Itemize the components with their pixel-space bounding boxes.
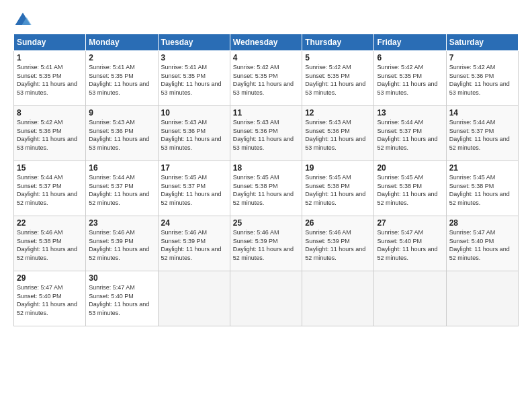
weekday-header-tuesday: Tuesday [158, 34, 230, 51]
sunset-label: Sunset: 5:38 PM [233, 183, 278, 189]
daylight-label: Daylight: 11 hours and 52 minutes. [377, 136, 437, 151]
sunrise-label: Sunrise: 5:45 AM [449, 174, 496, 181]
daylight-label: Daylight: 11 hours and 52 minutes. [17, 301, 77, 316]
daylight-label: Daylight: 11 hours and 53 minutes. [89, 136, 149, 151]
daylight-label: Daylight: 11 hours and 53 minutes. [17, 81, 77, 96]
calendar-cell: 20 Sunrise: 5:45 AM Sunset: 5:38 PM Dayl… [374, 161, 446, 216]
sunrise-label: Sunrise: 5:42 AM [17, 119, 63, 126]
calendar-cell: 8 Sunrise: 5:42 AM Sunset: 5:36 PM Dayli… [14, 106, 86, 161]
day-info: Sunrise: 5:44 AM Sunset: 5:37 PM Dayligh… [17, 173, 83, 207]
day-number: 6 [377, 53, 443, 62]
logo [13, 11, 35, 30]
calendar-cell [230, 271, 302, 326]
sunset-label: Sunset: 5:38 PM [305, 183, 350, 189]
daylight-label: Daylight: 11 hours and 52 minutes. [377, 191, 437, 206]
sunrise-label: Sunrise: 5:42 AM [377, 64, 423, 71]
logo-icon [13, 11, 32, 30]
sunset-label: Sunset: 5:35 PM [161, 73, 206, 79]
daylight-label: Daylight: 11 hours and 53 minutes. [89, 81, 149, 96]
calendar-cell: 22 Sunrise: 5:46 AM Sunset: 5:38 PM Dayl… [14, 216, 86, 271]
sunset-label: Sunset: 5:37 PM [449, 128, 494, 134]
day-info: Sunrise: 5:46 AM Sunset: 5:39 PM Dayligh… [233, 228, 299, 262]
daylight-label: Daylight: 11 hours and 53 minutes. [17, 136, 77, 151]
daylight-label: Daylight: 11 hours and 53 minutes. [305, 136, 365, 151]
sunset-label: Sunset: 5:36 PM [17, 128, 62, 134]
day-info: Sunrise: 5:45 AM Sunset: 5:38 PM Dayligh… [233, 173, 299, 207]
sunset-label: Sunset: 5:35 PM [377, 73, 422, 79]
header [13, 11, 519, 30]
calendar-cell: 15 Sunrise: 5:44 AM Sunset: 5:37 PM Dayl… [14, 161, 86, 216]
day-number: 25 [233, 218, 299, 228]
day-info: Sunrise: 5:42 AM Sunset: 5:35 PM Dayligh… [305, 63, 371, 97]
sunrise-label: Sunrise: 5:43 AM [89, 119, 135, 126]
daylight-label: Daylight: 11 hours and 53 minutes. [161, 81, 222, 96]
day-number: 30 [89, 273, 154, 283]
weekday-header-saturday: Saturday [446, 34, 518, 51]
sunrise-label: Sunrise: 5:41 AM [89, 64, 135, 71]
day-number: 21 [449, 163, 515, 173]
calendar-cell: 26 Sunrise: 5:46 AM Sunset: 5:39 PM Dayl… [302, 216, 374, 271]
sunrise-label: Sunrise: 5:47 AM [377, 229, 423, 236]
sunrise-label: Sunrise: 5:47 AM [449, 229, 496, 236]
calendar-header-row: SundayMondayTuesdayWednesdayThursdayFrid… [14, 34, 519, 51]
day-info: Sunrise: 5:46 AM Sunset: 5:39 PM Dayligh… [305, 228, 371, 262]
sunset-label: Sunset: 5:36 PM [233, 128, 278, 134]
sunrise-label: Sunrise: 5:43 AM [305, 119, 351, 126]
sunset-label: Sunset: 5:38 PM [377, 183, 422, 189]
sunrise-label: Sunrise: 5:44 AM [377, 119, 423, 126]
day-number: 9 [89, 108, 154, 118]
sunset-label: Sunset: 5:36 PM [89, 128, 134, 134]
sunrise-label: Sunrise: 5:43 AM [233, 119, 279, 126]
daylight-label: Daylight: 11 hours and 52 minutes. [377, 246, 437, 261]
day-number: 18 [233, 163, 299, 173]
sunset-label: Sunset: 5:39 PM [161, 238, 206, 244]
sunrise-label: Sunrise: 5:42 AM [449, 64, 496, 71]
day-number: 23 [89, 218, 154, 228]
day-number: 10 [161, 108, 227, 118]
calendar-cell: 12 Sunrise: 5:43 AM Sunset: 5:36 PM Dayl… [302, 106, 374, 161]
day-number: 4 [233, 53, 299, 62]
day-number: 27 [377, 218, 443, 228]
sunrise-label: Sunrise: 5:41 AM [17, 64, 63, 71]
weekday-header-wednesday: Wednesday [230, 34, 302, 51]
calendar-cell: 23 Sunrise: 5:46 AM Sunset: 5:39 PM Dayl… [86, 216, 158, 271]
day-number: 17 [161, 163, 227, 173]
calendar-cell: 18 Sunrise: 5:45 AM Sunset: 5:38 PM Dayl… [230, 161, 302, 216]
sunrise-label: Sunrise: 5:42 AM [305, 64, 351, 71]
sunset-label: Sunset: 5:35 PM [305, 73, 350, 79]
sunset-label: Sunset: 5:39 PM [305, 238, 350, 244]
day-info: Sunrise: 5:47 AM Sunset: 5:40 PM Dayligh… [449, 228, 515, 262]
day-info: Sunrise: 5:44 AM Sunset: 5:37 PM Dayligh… [377, 118, 443, 152]
sunrise-label: Sunrise: 5:46 AM [89, 229, 135, 236]
day-info: Sunrise: 5:42 AM Sunset: 5:36 PM Dayligh… [449, 63, 515, 97]
day-number: 7 [449, 53, 515, 62]
calendar-cell: 27 Sunrise: 5:47 AM Sunset: 5:40 PM Dayl… [374, 216, 446, 271]
calendar: SundayMondayTuesdayWednesdayThursdayFrid… [13, 34, 519, 326]
calendar-cell: 24 Sunrise: 5:46 AM Sunset: 5:39 PM Dayl… [158, 216, 230, 271]
calendar-cell: 1 Sunrise: 5:41 AM Sunset: 5:35 PM Dayli… [14, 51, 86, 106]
day-info: Sunrise: 5:41 AM Sunset: 5:35 PM Dayligh… [161, 63, 227, 97]
calendar-cell [302, 271, 374, 326]
sunset-label: Sunset: 5:35 PM [233, 73, 278, 79]
day-number: 20 [377, 163, 443, 173]
day-info: Sunrise: 5:47 AM Sunset: 5:40 PM Dayligh… [89, 283, 154, 317]
daylight-label: Daylight: 11 hours and 52 minutes. [89, 191, 149, 206]
day-info: Sunrise: 5:46 AM Sunset: 5:39 PM Dayligh… [89, 228, 154, 262]
calendar-cell: 3 Sunrise: 5:41 AM Sunset: 5:35 PM Dayli… [158, 51, 230, 106]
calendar-cell: 28 Sunrise: 5:47 AM Sunset: 5:40 PM Dayl… [446, 216, 518, 271]
day-number: 3 [161, 53, 227, 62]
weekday-header-friday: Friday [374, 34, 446, 51]
calendar-cell: 4 Sunrise: 5:42 AM Sunset: 5:35 PM Dayli… [230, 51, 302, 106]
sunset-label: Sunset: 5:36 PM [161, 128, 206, 134]
sunrise-label: Sunrise: 5:45 AM [377, 174, 423, 181]
daylight-label: Daylight: 11 hours and 52 minutes. [161, 246, 222, 261]
daylight-label: Daylight: 11 hours and 52 minutes. [449, 136, 510, 151]
calendar-cell: 10 Sunrise: 5:43 AM Sunset: 5:36 PM Dayl… [158, 106, 230, 161]
weekday-header-sunday: Sunday [14, 34, 86, 51]
calendar-cell: 9 Sunrise: 5:43 AM Sunset: 5:36 PM Dayli… [86, 106, 158, 161]
day-info: Sunrise: 5:45 AM Sunset: 5:38 PM Dayligh… [305, 173, 371, 207]
daylight-label: Daylight: 11 hours and 52 minutes. [233, 191, 294, 206]
daylight-label: Daylight: 11 hours and 53 minutes. [377, 81, 437, 96]
calendar-cell: 19 Sunrise: 5:45 AM Sunset: 5:38 PM Dayl… [302, 161, 374, 216]
sunset-label: Sunset: 5:40 PM [17, 293, 62, 300]
